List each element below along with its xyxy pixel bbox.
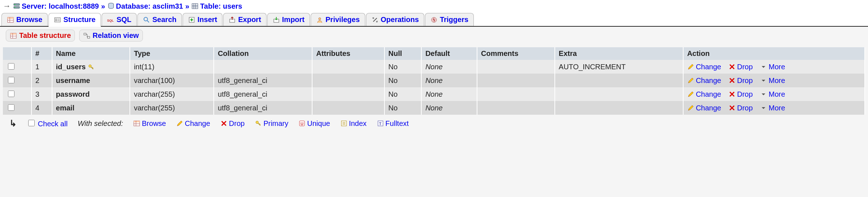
tab-privileges[interactable]: Privileges [311, 13, 365, 26]
table-row: 2username varchar(100)utf8_general_ciNoN… [3, 74, 865, 87]
cell-default: None [421, 87, 477, 101]
cell-extra: AUTO_INCREMENT [555, 60, 683, 74]
tab-operations[interactable]: Operations [366, 13, 425, 26]
action-more[interactable]: More [760, 104, 785, 112]
row-checkbox[interactable] [8, 63, 14, 70]
action-change[interactable]: Change [687, 90, 721, 98]
x-icon [728, 77, 736, 84]
action-change[interactable]: Change [687, 76, 721, 85]
bulk-unique[interactable]: Unique [298, 119, 330, 128]
action-drop[interactable]: Drop [728, 104, 753, 112]
action-drop[interactable]: Drop [728, 90, 753, 98]
x-icon [220, 120, 227, 127]
bulk-actions: ↳ Check all With selected: Browse Change… [0, 116, 868, 131]
bulk-drop[interactable]: Drop [220, 119, 244, 128]
action-more[interactable]: More [760, 90, 785, 98]
pencil-icon [687, 77, 694, 84]
col-null: Null [384, 47, 421, 60]
tab-browse[interactable]: Browse [1, 13, 48, 26]
pencil-icon [687, 104, 694, 111]
fulltext-icon [377, 120, 384, 127]
cell-comments [477, 60, 555, 74]
cell-comments [477, 87, 555, 101]
cell-collation: utf8_general_ci [214, 101, 312, 115]
action-more[interactable]: More [760, 63, 785, 71]
cell-name: username [52, 74, 130, 87]
tab-import[interactable]: Import [267, 13, 310, 26]
pencil-icon [687, 91, 694, 98]
cell-action: ChangeDropMore [683, 87, 865, 101]
breadcrumb-table[interactable]: Table: users [191, 2, 242, 10]
chevron-down-icon [760, 63, 767, 70]
action-change[interactable]: Change [687, 63, 721, 71]
bulk-change-label: Change [185, 119, 210, 128]
bulk-primary-label: Primary [263, 119, 288, 128]
cell-num: 3 [31, 87, 52, 101]
cell-name: password [52, 87, 130, 101]
main-tabs: Browse Structure SQL Search Insert Expor… [0, 12, 868, 27]
cell-num: 4 [31, 101, 52, 115]
cell-type: varchar(255) [130, 87, 214, 101]
x-icon [728, 104, 736, 111]
index-icon [340, 120, 348, 127]
tab-browse-label: Browse [16, 16, 42, 24]
action-drop[interactable]: Drop [728, 76, 753, 85]
cell-default: None [421, 60, 477, 74]
tab-search[interactable]: Search [137, 13, 182, 26]
table-row: 3password varchar(255)utf8_general_ciNoN… [3, 87, 865, 101]
breadcrumb-server[interactable]: Server: localhost:8889 [13, 2, 99, 10]
subtab-relation-view[interactable]: Relation view [79, 30, 143, 41]
tab-export[interactable]: Export [223, 13, 266, 26]
search-icon [143, 16, 150, 23]
row-checkbox[interactable] [8, 77, 14, 83]
bulk-change[interactable]: Change [176, 119, 210, 128]
tab-triggers[interactable]: Triggers [425, 13, 474, 26]
check-all-checkbox[interactable] [28, 120, 35, 126]
bulk-browse[interactable]: Browse [133, 119, 166, 128]
sql-icon [107, 16, 114, 23]
nav-back-icon[interactable]: → [3, 1, 11, 11]
row-checkbox[interactable] [8, 91, 14, 97]
cell-null: No [384, 87, 421, 101]
col-extra: Extra [555, 47, 683, 60]
tab-structure[interactable]: Structure [48, 13, 101, 27]
check-all-label[interactable]: Check all [38, 120, 68, 128]
action-more[interactable]: More [760, 76, 785, 85]
tab-sql[interactable]: SQL [102, 13, 137, 26]
tab-export-label: Export [238, 16, 261, 24]
check-all[interactable]: Check all [27, 119, 68, 128]
bulk-primary[interactable]: Primary [255, 119, 288, 128]
row-checkbox[interactable] [8, 104, 14, 111]
bulk-fulltext[interactable]: Fulltext [377, 119, 409, 128]
structure-icon [54, 16, 61, 23]
relation-icon [83, 32, 90, 39]
table-row: 1id_users int(11)NoNoneAUTO_INCREMENTCha… [3, 60, 865, 74]
with-selected-label: With selected: [78, 119, 123, 128]
tab-insert-label: Insert [197, 16, 217, 24]
operations-icon [371, 16, 379, 23]
table-structure-icon [10, 32, 17, 39]
bulk-fulltext-label: Fulltext [386, 119, 409, 128]
tab-operations-label: Operations [381, 16, 419, 24]
tab-triggers-label: Triggers [440, 16, 468, 24]
cell-extra [555, 74, 683, 87]
tab-sql-label: SQL [116, 16, 131, 24]
breadcrumb-database[interactable]: Database: asclim31 [107, 2, 183, 10]
subtab-table-structure-label: Table structure [19, 31, 71, 40]
insert-icon [188, 16, 195, 23]
action-drop[interactable]: Drop [728, 63, 753, 71]
pencil-icon [687, 63, 694, 70]
tab-insert[interactable]: Insert [183, 13, 222, 26]
col-num: # [31, 47, 52, 60]
privileges-icon [316, 16, 323, 23]
subtab-table-structure[interactable]: Table structure [6, 30, 75, 41]
unique-icon [298, 120, 306, 127]
action-change[interactable]: Change [687, 104, 721, 112]
breadcrumb-sep: » [101, 2, 105, 10]
bulk-index[interactable]: Index [340, 119, 367, 128]
chevron-down-icon [760, 77, 767, 84]
bulk-unique-label: Unique [307, 119, 330, 128]
cell-attributes [312, 101, 384, 115]
breadcrumb-database-label: Database: asclim31 [116, 2, 183, 10]
cell-attributes [312, 74, 384, 87]
